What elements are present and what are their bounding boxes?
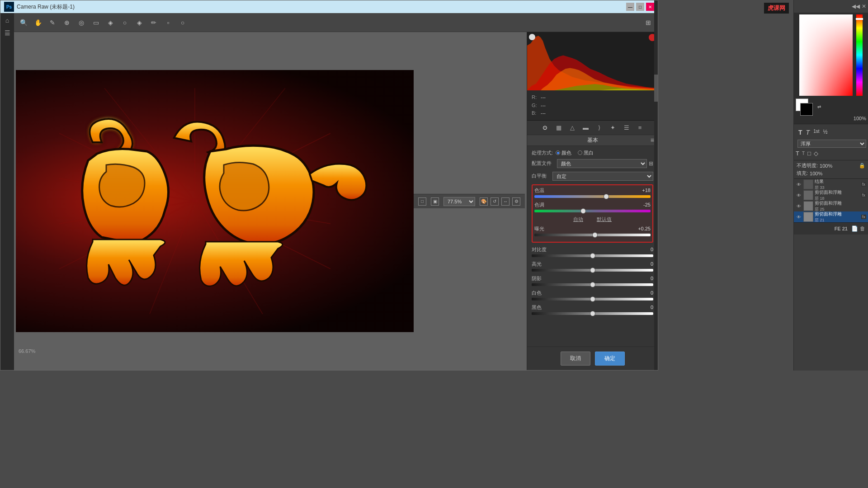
percent-value: 100% xyxy=(854,116,866,121)
ps-panel-top-bar: ◀◀ ✕ xyxy=(794,0,868,13)
process-color-radio[interactable] xyxy=(556,150,560,155)
color-icon[interactable]: 🎨 xyxy=(480,197,488,206)
blacks-track xyxy=(532,312,653,315)
color-picker-gradient[interactable] xyxy=(799,14,863,96)
blacks-value: 0 xyxy=(637,305,653,310)
graffiti-image xyxy=(16,70,414,332)
status-right: 🎨 ↺ ↔ ⚙ xyxy=(480,197,520,206)
color-tint-thumb[interactable] xyxy=(580,208,586,214)
detail-icon[interactable]: △ xyxy=(567,122,577,132)
flip-icon[interactable]: ↔ xyxy=(501,197,509,206)
whites-thumb[interactable] xyxy=(590,296,595,302)
color-temp-label: 色温 xyxy=(534,187,544,194)
blacks-thumb[interactable] xyxy=(590,311,595,316)
title-bar-controls: — □ ✕ xyxy=(626,3,654,11)
maximize-button[interactable]: □ xyxy=(636,3,644,11)
graffiti-svg xyxy=(57,115,373,287)
wb-row: 白平衡 自定 xyxy=(532,172,653,181)
frame-icon[interactable]: □ xyxy=(418,197,426,206)
compare-icon[interactable]: ▣ xyxy=(431,197,439,206)
opacity-label: 不透明度: xyxy=(797,162,818,169)
split-tone-icon[interactable]: ⟩ xyxy=(594,122,604,132)
layer-visibility-21[interactable]: 👁 xyxy=(796,214,802,220)
color-spectrum-slider[interactable] xyxy=(856,14,863,96)
layer-row-21[interactable]: 👁 剪切面和浮雕 层 21 fx xyxy=(794,211,868,222)
adjustment-brush[interactable]: ✏ xyxy=(148,17,160,28)
layer-visibility-25[interactable]: 👁 xyxy=(796,203,802,209)
thickness-select[interactable]: 浑厚 xyxy=(797,140,866,148)
default-button[interactable]: 默认值 xyxy=(597,216,612,223)
healing-tool[interactable]: ○ xyxy=(119,17,131,28)
hsl-icon[interactable]: ▬ xyxy=(581,122,591,132)
add-layer-icon[interactable]: 📄 xyxy=(851,225,858,232)
layers-icon-btn[interactable]: □ xyxy=(807,150,811,157)
cancel-button[interactable]: 取消 xyxy=(561,352,590,366)
hand-tool[interactable]: ✋ xyxy=(32,17,44,28)
process-color-option[interactable]: 颜色 xyxy=(556,150,571,156)
exposure-thumb[interactable] xyxy=(592,232,598,238)
fill-value[interactable]: 100% xyxy=(810,171,822,176)
process-bw-radio[interactable] xyxy=(578,150,582,155)
highlights-thumb[interactable] xyxy=(590,267,595,273)
white-balance-tool[interactable]: ✎ xyxy=(47,17,58,28)
radial-filter[interactable]: ○ xyxy=(177,17,189,28)
color-temp-thumb[interactable] xyxy=(604,194,609,199)
layer-row-33[interactable]: 👁 结果 层 33 fx xyxy=(794,179,868,190)
adjustment-icon-btn[interactable]: ◇ xyxy=(814,150,818,157)
presets-icon[interactable]: ≡ xyxy=(635,122,645,132)
size1-tool[interactable]: 1st xyxy=(812,128,820,137)
straighten-tool[interactable]: ◈ xyxy=(104,17,116,28)
opacity-value[interactable]: 100% xyxy=(820,163,832,169)
app-body: ⌂ ☰ 🔍 ✋ ✎ ⊕ ◎ ▭ ◈ ○ ◈ ✏ ▫ ○ ⊞ xyxy=(0,13,658,370)
effects-icon[interactable]: ✦ xyxy=(608,122,618,132)
open-full-screen[interactable]: ⊞ xyxy=(642,17,654,28)
scroll-thumb[interactable] xyxy=(654,75,658,102)
rotate-icon[interactable]: ↺ xyxy=(491,197,499,206)
zoom-select[interactable]: 77.5% xyxy=(443,197,475,206)
text-size-icon[interactable]: T xyxy=(796,150,799,157)
config-grid-icon[interactable]: ⊞ xyxy=(649,160,653,167)
tone-curve-icon[interactable]: ▦ xyxy=(554,122,564,132)
color-sample-tool[interactable]: ⊕ xyxy=(61,17,73,28)
swap-arrows[interactable]: ⇄ xyxy=(817,104,821,109)
settings-icon[interactable]: ⚙ xyxy=(512,197,520,206)
panel-close-icon[interactable]: ✕ xyxy=(862,3,866,9)
italic-tool[interactable]: T xyxy=(805,128,811,137)
graduated-filter[interactable]: ▫ xyxy=(162,17,174,28)
shadows-thumb[interactable] xyxy=(590,282,595,287)
minimize-button[interactable]: — xyxy=(626,3,634,11)
b-label: B: xyxy=(532,109,539,117)
layer-visibility-18[interactable]: 👁 xyxy=(796,192,802,198)
zoom-tool[interactable]: 🔍 xyxy=(18,17,29,28)
thickness-row: 浑厚 xyxy=(796,139,866,149)
confirm-button[interactable]: 确定 xyxy=(595,352,625,366)
delete-layer-icon[interactable]: 🗑 xyxy=(860,225,865,232)
target-adjust-tool[interactable]: ◎ xyxy=(75,17,87,28)
auto-default-row: 自动 默认值 xyxy=(534,216,651,223)
camera-calibration-icon[interactable]: ☰ xyxy=(622,122,632,132)
bold-tool[interactable]: T xyxy=(797,128,803,137)
text-wrap-icon[interactable]: T xyxy=(802,151,805,156)
crop-tool[interactable]: ▭ xyxy=(90,17,102,28)
basic-panel-icon[interactable]: ⊙ xyxy=(540,122,550,132)
layer-visibility-33[interactable]: 👁 xyxy=(796,181,802,188)
shadows-row: 阴影 0 xyxy=(532,275,653,286)
auto-button[interactable]: 自动 xyxy=(573,216,583,223)
red-eye-tool[interactable]: ◈ xyxy=(133,17,145,28)
close-button[interactable]: ✕ xyxy=(646,3,654,11)
layer-row-18[interactable]: 👁 剪切面和浮雕 层 18 fx xyxy=(794,190,868,201)
size2-tool[interactable]: ½ xyxy=(822,128,828,137)
layer-row-25[interactable]: 👁 剪切面和浮雕 层 25 xyxy=(794,201,868,211)
contrast-label: 对比度 xyxy=(532,246,547,253)
process-bw-option[interactable]: 黑白 xyxy=(578,150,594,156)
panel-collapse-button[interactable]: ◀◀ xyxy=(852,3,860,9)
home-icon[interactable]: ⌂ xyxy=(2,15,13,26)
background-swatch[interactable] xyxy=(800,103,813,116)
contrast-thumb[interactable] xyxy=(590,253,595,258)
config-select[interactable]: 颜色 xyxy=(557,159,647,168)
wb-select[interactable]: 自定 xyxy=(552,172,653,181)
section-menu-icon[interactable]: ≡ xyxy=(651,136,654,144)
left-toolbar: ⌂ ☰ xyxy=(0,13,14,370)
layers-icon[interactable]: ☰ xyxy=(2,28,13,38)
color-gradient-main[interactable] xyxy=(799,14,853,96)
